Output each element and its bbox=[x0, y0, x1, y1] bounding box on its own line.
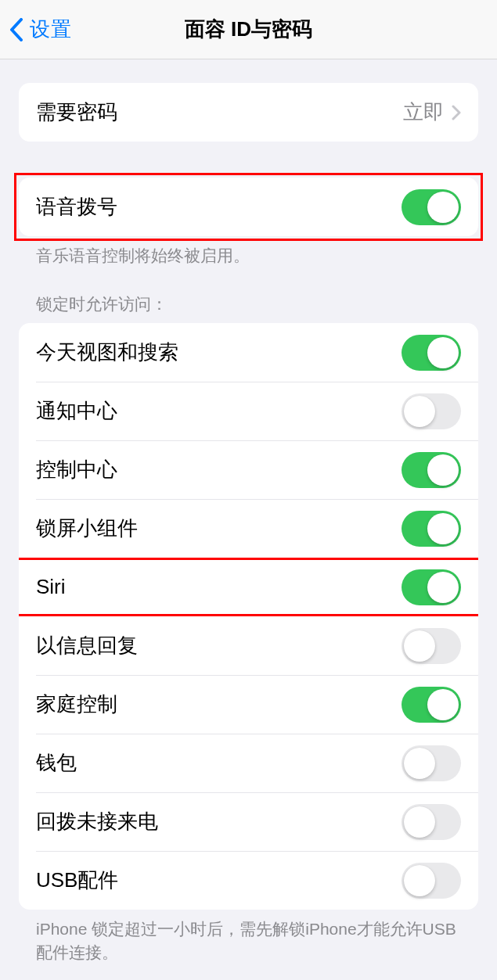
lock-item-label: 以信息回复 bbox=[36, 632, 138, 659]
lock-item-toggle-usb[interactable] bbox=[402, 863, 461, 899]
lock-item-item: 回拨未接来电 bbox=[19, 792, 478, 851]
lock-item-item: 控制中心 bbox=[19, 440, 478, 499]
lock-item-toggle-item[interactable] bbox=[402, 393, 461, 429]
lock-item-toggle-item[interactable] bbox=[402, 687, 461, 723]
lock-item-toggle-item[interactable] bbox=[402, 511, 461, 547]
lock-item-label: 今天视图和搜索 bbox=[36, 339, 178, 366]
lock-item-toggle-item[interactable] bbox=[402, 628, 461, 664]
lock-item-label: 钱包 bbox=[36, 749, 77, 777]
chevron-right-icon bbox=[452, 105, 461, 120]
lock-item-toggle-item[interactable] bbox=[402, 804, 461, 840]
lock-item-item: 今天视图和搜索 bbox=[19, 323, 478, 382]
lock-item-label: 锁屏小组件 bbox=[36, 515, 138, 542]
require-passcode-value: 立即 bbox=[403, 99, 444, 126]
lock-item-label: 通知中心 bbox=[36, 397, 117, 425]
voice-dial-footer: 音乐语音控制将始终被启用。 bbox=[19, 236, 478, 267]
lock-item-item: 锁屏小组件 bbox=[19, 499, 478, 558]
chevron-left-icon bbox=[9, 18, 23, 41]
lock-item-siri: Siri bbox=[19, 558, 478, 616]
lock-item-label: 回拨未接来电 bbox=[36, 808, 158, 835]
require-passcode-row[interactable]: 需要密码 立即 bbox=[19, 83, 478, 142]
lock-item-toggle-siri[interactable] bbox=[402, 569, 461, 605]
navigation-bar: 设置 面容 ID与密码 bbox=[0, 0, 497, 59]
page-title: 面容 ID与密码 bbox=[185, 16, 312, 43]
lock-item-toggle-item[interactable] bbox=[402, 335, 461, 371]
lock-item-usb: USB配件 bbox=[19, 851, 478, 910]
voice-dial-row: 语音拨号 bbox=[19, 178, 478, 236]
lock-item-toggle-item[interactable] bbox=[402, 452, 461, 488]
lock-item-label: USB配件 bbox=[36, 867, 118, 894]
lock-access-header: 锁定时允许访问： bbox=[19, 293, 478, 323]
voice-dial-label: 语音拨号 bbox=[36, 193, 117, 221]
lock-item-item: 以信息回复 bbox=[19, 616, 478, 675]
voice-dial-toggle[interactable] bbox=[402, 189, 461, 225]
lock-access-footer: iPhone 锁定超过一小时后，需先解锁iPhone才能允许USB 配件连接。 bbox=[19, 910, 478, 964]
lock-item-label: Siri bbox=[36, 575, 66, 599]
lock-item-item: 钱包 bbox=[19, 734, 478, 792]
back-label: 设置 bbox=[30, 16, 72, 43]
lock-item-item: 家庭控制 bbox=[19, 675, 478, 734]
lock-item-item: 通知中心 bbox=[19, 382, 478, 440]
lock-item-label: 控制中心 bbox=[36, 456, 117, 483]
require-passcode-label: 需要密码 bbox=[36, 99, 117, 126]
lock-access-group: 今天视图和搜索通知中心控制中心锁屏小组件Siri以信息回复家庭控制钱包回拨未接来… bbox=[19, 323, 478, 910]
lock-item-label: 家庭控制 bbox=[36, 691, 117, 718]
passcode-group: 需要密码 立即 bbox=[19, 83, 478, 142]
voice-dial-group: 语音拨号 bbox=[19, 178, 478, 236]
lock-item-toggle-item[interactable] bbox=[402, 745, 461, 781]
back-button[interactable]: 设置 bbox=[0, 16, 72, 43]
